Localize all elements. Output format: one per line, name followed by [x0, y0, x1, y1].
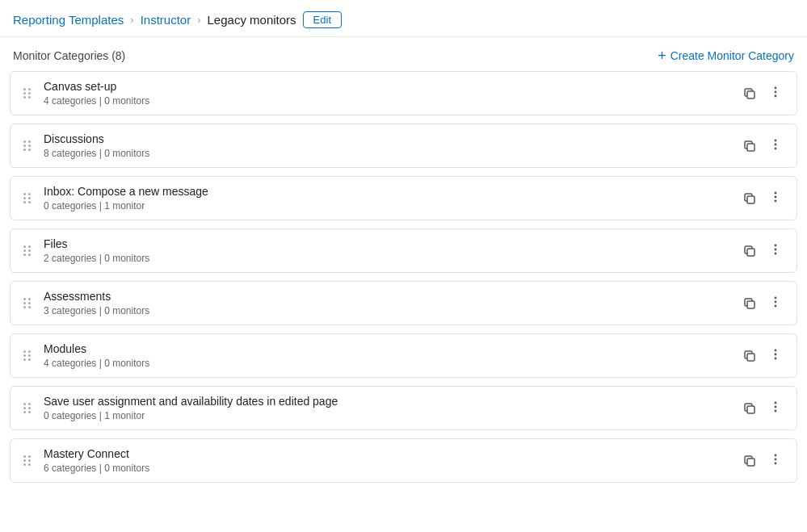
drag-dots-row — [23, 306, 31, 308]
drag-dot — [23, 249, 26, 252]
svg-point-17 — [775, 297, 777, 300]
item-meta: 6 categories | 0 monitors — [44, 463, 738, 474]
drag-handle[interactable] — [20, 85, 39, 102]
drag-handle[interactable] — [20, 400, 39, 417]
item-name: Discussions — [44, 132, 738, 145]
more-options-button[interactable] — [764, 81, 787, 106]
item-info: Files 2 categories | 0 monitors — [39, 237, 738, 264]
drag-handle[interactable] — [20, 295, 39, 312]
drag-dot — [28, 201, 31, 203]
breadcrumb: Reporting Templates › Instructor › Legac… — [13, 11, 794, 28]
drag-dots-row — [23, 92, 31, 94]
item-actions — [738, 396, 787, 421]
svg-point-9 — [775, 192, 777, 195]
drag-dots-row — [23, 403, 31, 405]
drag-dot — [23, 358, 26, 361]
drag-dot — [28, 411, 31, 413]
drag-dots-row — [23, 455, 31, 458]
item-actions — [738, 133, 787, 158]
create-monitor-category-button[interactable]: + Create Monitor Category — [658, 48, 794, 63]
more-options-button[interactable] — [764, 186, 787, 211]
vertical-dots-icon — [769, 453, 782, 468]
drag-dot — [28, 245, 31, 248]
drag-dot — [23, 298, 26, 300]
drag-dots-row — [23, 358, 31, 361]
drag-dot — [23, 459, 26, 462]
item-meta: 3 categories | 0 monitors — [44, 305, 738, 316]
item-info: Assessments 3 categories | 0 monitors — [39, 290, 738, 316]
item-info: Save user assignment and availability da… — [39, 395, 738, 421]
create-button-label: Create Monitor Category — [670, 49, 794, 62]
vertical-dots-icon — [769, 243, 782, 258]
drag-handle[interactable] — [20, 452, 39, 469]
drag-dot — [23, 354, 26, 357]
drag-dot — [28, 145, 31, 147]
drag-dot — [23, 253, 26, 256]
drag-dot — [28, 140, 31, 143]
svg-point-31 — [775, 463, 777, 465]
copy-icon-button[interactable] — [738, 450, 761, 472]
drag-dot — [28, 350, 31, 353]
breadcrumb-separator-1: › — [130, 14, 133, 26]
svg-point-26 — [775, 406, 777, 408]
copy-icon — [743, 87, 756, 100]
drag-handle[interactable] — [20, 242, 39, 259]
drag-dots-row — [23, 193, 31, 195]
drag-handle[interactable] — [20, 137, 39, 154]
more-options-button[interactable] — [764, 291, 787, 316]
copy-icon-button[interactable] — [738, 187, 761, 210]
svg-point-1 — [775, 87, 777, 90]
drag-dots-row — [23, 245, 31, 248]
list-item: Inbox: Compose a new message 0 categorie… — [10, 176, 797, 220]
more-options-button[interactable] — [764, 133, 787, 158]
drag-dot — [23, 201, 26, 203]
svg-point-23 — [775, 358, 777, 360]
svg-point-6 — [775, 144, 777, 146]
svg-point-11 — [775, 200, 777, 203]
svg-rect-4 — [747, 144, 754, 151]
monitor-categories-count: Monitor Categories (8) — [13, 49, 125, 62]
breadcrumb-link-instructor[interactable]: Instructor — [141, 13, 191, 27]
svg-rect-24 — [747, 406, 754, 413]
drag-dot — [28, 459, 31, 462]
drag-handle[interactable] — [20, 190, 39, 207]
drag-dot — [28, 403, 31, 405]
copy-icon — [743, 402, 756, 415]
svg-point-2 — [775, 91, 777, 94]
svg-rect-16 — [747, 301, 754, 308]
item-actions — [738, 448, 787, 473]
svg-point-13 — [775, 245, 777, 247]
copy-icon-button[interactable] — [738, 345, 761, 367]
drag-dot — [28, 463, 31, 466]
svg-point-10 — [775, 196, 777, 199]
svg-rect-0 — [747, 91, 754, 98]
copy-icon-button[interactable] — [738, 240, 761, 262]
list-item: Save user assignment and availability da… — [10, 386, 797, 430]
edit-button[interactable]: Edit — [303, 11, 342, 28]
drag-dot — [23, 350, 26, 353]
item-actions — [738, 238, 787, 263]
copy-icon-button[interactable] — [738, 397, 761, 420]
more-options-button[interactable] — [764, 396, 787, 421]
drag-dot — [28, 302, 31, 304]
more-options-button[interactable] — [764, 238, 787, 263]
more-options-button[interactable] — [764, 343, 787, 368]
copy-icon-button[interactable] — [738, 292, 761, 315]
item-meta: 2 categories | 0 monitors — [44, 253, 738, 264]
drag-handle[interactable] — [20, 347, 39, 364]
drag-dot — [23, 145, 26, 147]
copy-icon-button[interactable] — [738, 82, 761, 105]
drag-dots-row — [23, 249, 31, 252]
drag-dots-row — [23, 197, 31, 199]
more-options-button[interactable] — [764, 448, 787, 473]
copy-icon-button[interactable] — [738, 135, 761, 157]
breadcrumb-link-reporting[interactable]: Reporting Templates — [13, 13, 124, 27]
svg-point-19 — [775, 305, 777, 308]
page-header: Reporting Templates › Instructor › Legac… — [0, 0, 807, 37]
drag-dot — [23, 455, 26, 458]
drag-dot — [28, 197, 31, 199]
vertical-dots-icon — [769, 138, 782, 153]
vertical-dots-icon — [769, 400, 782, 416]
drag-dots-row — [23, 96, 31, 98]
drag-dot — [23, 197, 26, 199]
